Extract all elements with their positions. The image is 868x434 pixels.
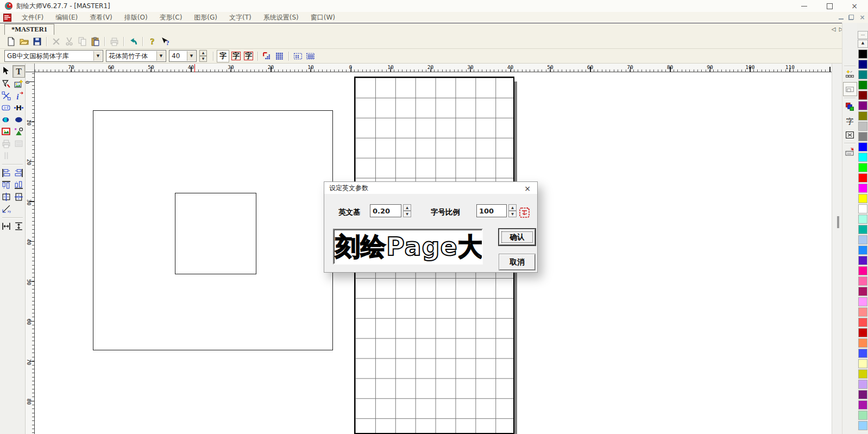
color-swatch[interactable] xyxy=(859,360,867,368)
color-swatch[interactable] xyxy=(859,194,867,203)
color-blocks-button[interactable] xyxy=(844,100,857,113)
color-swatch[interactable] xyxy=(859,102,867,110)
vertical-scrollbar[interactable] xyxy=(832,64,842,434)
new-document-icon[interactable] xyxy=(4,36,17,48)
context-help-icon[interactable]: ? xyxy=(159,36,172,48)
node-edit-tool[interactable] xyxy=(1,90,12,102)
magic-dots-button[interactable] xyxy=(844,68,857,81)
font-size-stepper[interactable]: ▲▼ xyxy=(199,50,207,62)
color-swatch[interactable] xyxy=(859,287,867,295)
image-frame-tool[interactable] xyxy=(1,126,12,137)
image-import-tool[interactable] xyxy=(13,78,24,90)
color-swatch[interactable] xyxy=(859,60,867,68)
open-file-icon[interactable] xyxy=(17,36,30,48)
ellipse-tool[interactable] xyxy=(13,114,24,125)
menu-c[interactable]: 变形(C) xyxy=(154,14,188,21)
keyboard-button[interactable] xyxy=(844,145,857,158)
color-swatch[interactable] xyxy=(859,184,867,192)
grid-blue-icon[interactable] xyxy=(274,51,285,62)
align-left-button[interactable] xyxy=(1,167,12,179)
menu-v[interactable]: 查看(V) xyxy=(84,14,118,21)
color-swatch[interactable] xyxy=(859,50,867,58)
color-swatch[interactable] xyxy=(859,71,867,79)
banner-text-tool[interactable]: 文E xyxy=(1,102,12,114)
grid-dashed-icon[interactable] xyxy=(292,51,304,62)
color-swatch[interactable] xyxy=(859,308,867,316)
color-swatch[interactable] xyxy=(859,133,867,141)
cancel-button[interactable]: 取消 xyxy=(499,254,535,270)
color-swatch[interactable] xyxy=(859,236,867,244)
color-swatch[interactable] xyxy=(859,349,867,357)
color-swatch[interactable] xyxy=(859,246,867,254)
color-swatch[interactable] xyxy=(859,143,867,151)
color-swatch[interactable] xyxy=(859,298,867,306)
center-h-button[interactable] xyxy=(1,191,12,203)
color-swatch[interactable] xyxy=(859,81,867,89)
color-swatch[interactable] xyxy=(859,422,867,430)
menu-g[interactable]: 图形(G) xyxy=(188,14,223,21)
color-swatch[interactable] xyxy=(859,267,867,275)
center-v-button[interactable] xyxy=(13,191,24,203)
color-swatch[interactable] xyxy=(859,91,867,99)
mdi-restore-button[interactable] xyxy=(848,15,854,20)
save-file-icon[interactable] xyxy=(30,36,43,48)
ok-button[interactable]: 确认 xyxy=(499,229,535,245)
font-library-select[interactable]: GB中文国标简体字库 ▼ xyxy=(4,50,103,62)
grid-dashed-2-icon[interactable] xyxy=(305,51,316,62)
menu-o[interactable]: 排版(O) xyxy=(118,14,154,21)
color-swatch[interactable] xyxy=(859,205,867,213)
tab-prev-button[interactable]: ◁ xyxy=(830,25,837,33)
menu-f[interactable]: 文件(F) xyxy=(16,14,49,21)
menu-w[interactable]: 窗口(W) xyxy=(305,14,341,21)
canvas-rectangle[interactable] xyxy=(175,193,256,274)
color-swatch[interactable] xyxy=(859,225,867,234)
tab-master1[interactable]: *MASTER1 xyxy=(4,24,54,35)
more-colors-button[interactable]: ... xyxy=(858,31,868,39)
align-right-button[interactable] xyxy=(13,167,24,179)
align-bottom-button[interactable] xyxy=(13,179,24,191)
mirror-text-tool[interactable]: H xyxy=(13,102,24,114)
text-tool[interactable]: T xyxy=(12,65,25,78)
color-swatch[interactable] xyxy=(859,391,867,399)
grid-red-blue-icon[interactable] xyxy=(261,51,273,62)
font-size-select[interactable]: 40 ▼ xyxy=(169,50,197,62)
color-swatch[interactable] xyxy=(859,411,867,419)
paste-icon[interactable] xyxy=(89,36,102,48)
ellipse-arc-tool[interactable] xyxy=(1,114,12,125)
typeface-select[interactable]: 花体简竹子体 ▼ xyxy=(106,50,166,62)
color-swatch[interactable] xyxy=(859,112,867,120)
maximize-button[interactable] xyxy=(820,0,839,12)
color-swatch[interactable] xyxy=(859,380,867,388)
undo-icon[interactable] xyxy=(127,36,140,48)
text-boxed-2-button[interactable]: 字 xyxy=(243,51,254,62)
english-base-input[interactable]: 0.20 xyxy=(370,204,401,217)
color-swatch[interactable] xyxy=(859,153,867,161)
palette-scroll-up-button[interactable]: ▲ xyxy=(858,40,868,48)
size-ratio-input[interactable]: 100 xyxy=(476,204,507,217)
color-swatch[interactable] xyxy=(859,174,867,182)
region-x-button[interactable] xyxy=(844,128,857,141)
chevron-down-icon[interactable]: ▼ xyxy=(156,51,165,61)
menu-t[interactable]: 文字(T) xyxy=(223,14,257,21)
chevron-down-icon[interactable]: ▼ xyxy=(187,51,196,61)
mdi-minimize-button[interactable] xyxy=(839,15,844,20)
color-swatch[interactable] xyxy=(859,215,867,223)
color-swatch[interactable] xyxy=(859,370,867,378)
minimize-button[interactable] xyxy=(795,0,813,12)
mdi-close-button[interactable]: × xyxy=(859,14,866,21)
color-swatch[interactable] xyxy=(859,277,867,285)
size-ratio-stepper[interactable]: ▲▼ xyxy=(508,204,517,217)
chevron-down-icon[interactable]: ▼ xyxy=(93,51,102,61)
char-button[interactable]: 字 xyxy=(844,114,857,127)
color-swatch[interactable] xyxy=(859,163,867,172)
dialog-close-icon[interactable]: × xyxy=(523,184,532,193)
color-swatch[interactable] xyxy=(859,318,867,326)
color-swatch[interactable] xyxy=(859,339,867,347)
text-boxed-button[interactable]: 字 xyxy=(230,51,242,62)
color-swatch[interactable] xyxy=(859,122,867,130)
close-button[interactable]: × xyxy=(845,0,864,12)
measure-tool[interactable]: xy xyxy=(1,203,12,215)
color-swatch[interactable] xyxy=(859,256,867,265)
menu-e[interactable]: 编辑(E) xyxy=(49,14,84,21)
color-swatch[interactable] xyxy=(859,401,867,409)
